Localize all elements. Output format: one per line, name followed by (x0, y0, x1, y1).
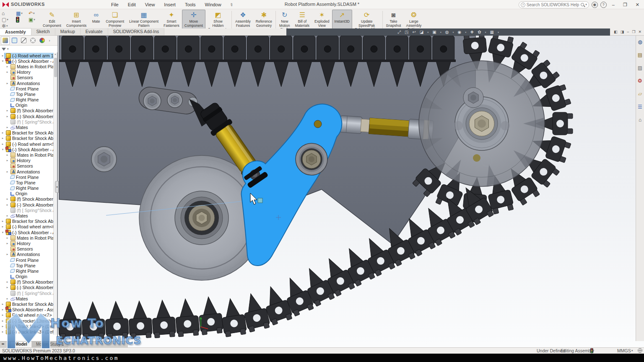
tree-item[interactable]: ▸ Mates in Robot Platform A (0, 235, 54, 240)
tree-item[interactable]: ▸ History (0, 70, 54, 75)
view-settings-icon-dropdown[interactable]: ▾ (498, 31, 499, 34)
menu-tools[interactable]: Tools (181, 1, 200, 8)
dropdown-icon[interactable]: ▾ (34, 18, 35, 21)
view-settings-icon[interactable]: ▦ (490, 28, 494, 36)
expand-arrow-icon[interactable]: ▸ (5, 280, 9, 284)
expand-arrow-icon[interactable]: ▸ (1, 308, 5, 311)
pane-left-icon[interactable]: ◧ (614, 30, 618, 34)
expand-arrow-icon[interactable]: ▸ (5, 82, 9, 85)
tree-item[interactable]: ▸ (-) Shock Absorber - part 2< (0, 114, 54, 119)
panel-tabs-overflow-icon[interactable]: › (47, 39, 52, 43)
tab-assembly[interactable]: Assembly (0, 28, 31, 35)
expand-arrow-icon[interactable]: ▸ (5, 70, 9, 74)
expand-arrow-icon[interactable]: ▸ (5, 159, 9, 162)
expand-arrow-icon[interactable]: ▾ (1, 148, 5, 151)
filter-icon[interactable] (2, 48, 6, 51)
pin-menu-icon[interactable]: ✎ (226, 0, 237, 10)
tree-item[interactable]: Front Plane (0, 174, 54, 180)
tree-item[interactable]: Origin (0, 103, 54, 108)
doc-minimize-button[interactable]: – (627, 30, 629, 34)
selection-handle[interactable] (258, 198, 262, 203)
menu-edit[interactable]: Edit (124, 1, 140, 8)
open-document-button[interactable]: ▣▾ (29, 17, 40, 23)
expand-arrow-icon[interactable]: ▸ (1, 54, 5, 57)
expand-arrow-icon[interactable]: ▸ (5, 115, 9, 118)
search-box[interactable]: ? ▾ (519, 1, 589, 8)
expand-arrow-icon[interactable]: ▸ (5, 214, 9, 217)
tab-motion-study-1[interactable]: Motion Study 1 (32, 341, 68, 347)
tree-item[interactable]: ▾ (-) Shock Absorber - Assembly< (0, 230, 54, 235)
tree-item[interactable]: Right Plane (0, 186, 54, 191)
doc-close-button[interactable]: ✕ (638, 30, 641, 34)
tree-scrollbar-thumb[interactable] (54, 58, 57, 77)
display-style-icon-dropdown[interactable]: ▾ (452, 31, 454, 34)
tree-item[interactable]: ▸ Annotations (0, 252, 54, 257)
search-dropdown-icon[interactable]: ▾ (585, 3, 587, 6)
tree-scrollbar[interactable]: ▲ (53, 53, 57, 335)
edit-appearance-icon[interactable]: ❖ (470, 28, 474, 36)
help-icon[interactable]: ? (600, 2, 607, 8)
tree-item[interactable]: ▸ Bracket for Shock Absorber<5> (0, 136, 54, 141)
tree-item[interactable]: ▸ (-) Shock Absorber - part 2< (0, 285, 54, 290)
expand-arrow-icon[interactable]: ▸ (5, 242, 9, 245)
rebuild-button[interactable] (16, 17, 29, 23)
tree-item[interactable]: ▸ (f) Shock Absorber - part 1< (0, 279, 54, 285)
search-input[interactable] (527, 3, 579, 7)
tree-item[interactable]: ▾ (-) Shock Absorber - Assembly< (0, 147, 54, 152)
tree-item[interactable]: ▸ (-) Track link<3> (Default) <<De (0, 329, 54, 334)
expand-arrow-icon[interactable]: ▸ (5, 153, 9, 157)
tree-item[interactable]: Front Plane (0, 86, 54, 91)
expand-arrow-icon[interactable]: ▸ (1, 319, 5, 323)
tree-item[interactable]: Sensors (0, 246, 54, 252)
hide-show-items-icon[interactable]: ◉ (457, 28, 461, 36)
tree-item[interactable]: (f) [ Spring^Shock Absorbe (0, 207, 54, 213)
plate-pivot-bolt[interactable] (91, 147, 117, 172)
tree-item[interactable]: Origin (0, 274, 54, 279)
expand-arrow-icon[interactable]: ▸ (1, 313, 5, 317)
minimize-button[interactable]: – (609, 1, 618, 8)
tab-model[interactable]: Model (11, 341, 31, 347)
expand-arrow-icon[interactable]: ▸ (5, 297, 9, 300)
display-style-icon[interactable]: ◍ (445, 28, 449, 36)
expand-arrow-icon[interactable]: ▸ (5, 65, 9, 68)
tree-item[interactable]: (f) [ Spring^Shock Absorbe (0, 290, 54, 296)
save-button[interactable]: ▦▾ (16, 10, 29, 16)
filter-dropdown-icon[interactable]: ▾ (7, 47, 9, 51)
previous-view-icon[interactable]: ↩ (412, 28, 415, 36)
tree-item[interactable]: Sensors (0, 75, 54, 80)
restore-button[interactable]: ❐ (620, 1, 630, 8)
scene-icon-dropdown[interactable]: ▾ (485, 31, 486, 34)
tree-item[interactable]: Front Plane (0, 257, 54, 263)
dropdown-icon[interactable]: ▾ (21, 12, 23, 15)
expand-arrow-icon[interactable]: ▸ (1, 303, 5, 306)
dropdown-icon[interactable]: ▾ (7, 18, 8, 21)
expand-arrow-icon[interactable]: ▾ (1, 59, 5, 63)
tree-item[interactable]: ▸ (f) Shock Absorber - part 1< (0, 108, 54, 114)
tree-item[interactable]: ▸ Mates (0, 124, 54, 130)
tree-item[interactable]: ▸ Shock Absorber - Assembly<8> (0, 307, 54, 313)
solidworks-resources-icon[interactable]: ◍ (638, 39, 642, 45)
expand-arrow-icon[interactable]: ▸ (5, 286, 9, 289)
expand-arrow-icon[interactable]: ▾ (1, 231, 5, 234)
tree-item[interactable]: ▸ History (0, 158, 54, 163)
tree-item[interactable]: ▸ Bracket for Shock Absorber<6> (0, 219, 54, 224)
menu-window[interactable]: Window (201, 1, 226, 8)
tree-item[interactable]: Top Plane (0, 263, 54, 268)
tree-item[interactable]: ▸ (-) Sprocket 13teeth<1> (Defa (0, 318, 54, 323)
zoom-area-icon[interactable]: ◳ (405, 28, 408, 36)
tree-item[interactable]: ▸ Annotations (0, 80, 54, 86)
expand-arrow-icon[interactable]: ▸ (5, 170, 9, 173)
dropdown-icon[interactable]: ▾ (33, 12, 35, 15)
menu-view[interactable]: View (141, 1, 159, 8)
menu-insert[interactable]: Insert (160, 1, 180, 8)
tree-item[interactable]: ▸ (-) Road wheel arm<5> (Defaul (0, 141, 54, 147)
tree-item[interactable]: ▸ Mates (0, 213, 54, 218)
tab-markup[interactable]: Markup (55, 28, 80, 35)
hide-show-items-icon-dropdown[interactable]: ▾ (465, 31, 466, 34)
expand-arrow-icon[interactable]: ▸ (5, 236, 9, 240)
tree-item[interactable]: Top Plane (0, 180, 54, 185)
expand-arrow-icon[interactable]: ▸ (5, 109, 9, 112)
units-selector[interactable]: MMGS (617, 348, 631, 353)
tree-item[interactable]: ▸ Road wheel arm<7> (Default) < (0, 313, 54, 318)
menu-file[interactable]: File (107, 1, 123, 8)
